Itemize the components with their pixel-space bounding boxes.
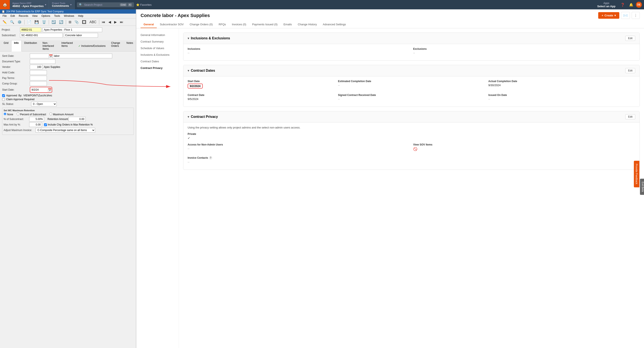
tab-change-orders[interactable]: Change Orders [108,40,124,51]
sent-date-input[interactable] [30,54,49,58]
create-button[interactable]: + Create ▾ [598,12,619,19]
vendor-id-input[interactable] [30,65,42,69]
retention-percent-option[interactable]: Percent of Subcontract [16,113,46,116]
hold-code-input[interactable] [30,70,47,75]
project-selector[interactable]: Agave Demo ERP 46802 - Apex Properties ▾ [10,0,49,9]
tools-selector[interactable]: Project Tools Commitments ▾ [49,0,75,9]
contract-privacy-edit-button[interactable]: Edit [625,114,635,119]
exit-beta-tab[interactable]: Exit Beta [640,179,644,195]
notification-icon[interactable]: 🔔 [628,3,635,7]
provide-feedback-tab[interactable]: Provide Feedback [634,161,640,187]
search-box[interactable]: 🔍 Cmd K [77,2,134,7]
toolbar-redo-btn[interactable]: 🔄 [58,19,64,25]
start-date-field-label: Start Date [188,80,334,83]
max-amt-input[interactable] [29,122,42,127]
tab-inclusions[interactable]: ✓Inclusions/Exclusions [76,40,108,51]
tab-rfqs[interactable]: RFQs [216,21,229,28]
sidebar-contract-summary[interactable]: Contract Summary [136,38,179,45]
retention-none-option[interactable]: None [4,113,13,116]
toolbar-stamp-btn[interactable]: 🔲 [81,19,88,25]
tab-non-interfaced[interactable]: Non-Interfaced Items [40,40,59,51]
user-avatar[interactable]: DE [636,2,642,8]
tab-change-orders[interactable]: Change Orders (0) [186,21,216,28]
toolbar-undo-btn[interactable]: ↩️ [50,19,57,25]
subcontract-name-input[interactable] [64,33,98,38]
inclusions-exclusions-edit-button[interactable]: Edit [625,36,635,41]
pay-terms-input[interactable] [30,76,47,80]
tab-advanced-settings[interactable]: Advanced Settings [320,21,349,28]
help-icon[interactable]: ❓ [619,3,626,7]
document-type-input[interactable] [30,59,55,64]
sent-date-text-input[interactable] [52,54,112,58]
toolbar-attach-btn[interactable]: 📎 [73,19,80,25]
comp-group-input[interactable] [30,81,47,86]
sidebar-general-info[interactable]: General Information [136,32,179,38]
favorites-button[interactable]: ⭐ Favorites [136,3,152,6]
start-date-input[interactable] [30,87,48,92]
sidebar-contract-privacy[interactable]: Contract Privacy [136,65,179,71]
search-input[interactable] [84,3,118,6]
more-options-button[interactable]: ⋮ [632,12,640,19]
contract-dates-collapse-icon[interactable]: ▾ [188,69,189,72]
apps-selector[interactable]: Apps Select an App [595,2,618,8]
sidebar-schedule-of-values[interactable]: Schedule of Values [136,45,179,51]
menu-view[interactable]: View [30,14,40,18]
contract-privacy-collapse-icon[interactable]: ▾ [188,115,189,119]
toolbar-spell-btn[interactable]: ABC [88,19,98,25]
contract-dates-edit-button[interactable]: Edit [625,68,635,73]
percent-of-subcontract-row: % of Subcontract: Retention Amount: [4,117,132,122]
menu-edit[interactable]: Edit [9,14,16,18]
toolbar-grid-btn[interactable]: ⊞ [67,19,72,25]
tab-notes[interactable]: Notes [124,40,136,51]
toolbar-save-btn[interactable]: 💾 [33,19,40,25]
adjust-max-select[interactable]: C-Composite Percentage same on all Items [36,128,95,133]
tab-payments-issued[interactable]: Payments Issued (0) [249,21,280,28]
tab-change-history[interactable]: Change History [295,21,320,28]
menu-options[interactable]: Options [40,14,52,18]
tab-grid[interactable]: Grid [1,40,11,51]
email-button[interactable]: ✉️ [621,12,630,19]
tab-info[interactable]: Info [11,40,22,51]
tab-subcontractor-sov[interactable]: Subcontractor SOV [157,21,186,28]
sidebar-contract-dates[interactable]: Contract Dates [136,58,179,65]
include-chg-checkbox[interactable] [44,123,47,126]
percent-input[interactable] [29,117,44,122]
menu-help[interactable]: Help [76,14,85,18]
invoice-contacts-help-icon[interactable]: ? [209,156,212,160]
toolbar-doc-btn[interactable]: 📄 [26,19,32,25]
tab-interfaced[interactable]: Interfaced Items [58,40,76,51]
tab-general[interactable]: General [140,21,157,28]
retention-max-option[interactable]: Maximum Amount [50,113,73,116]
contract-dates-body: Start Date 9/2/2024 Estimated Completion… [183,76,640,107]
right-panel-sidebar: General Information Contract Summary Sch… [136,28,179,348]
menu-file[interactable]: File [1,14,8,18]
sl-status-select[interactable]: 0 - Open [31,102,57,106]
calendar-icon[interactable]: 📅 [49,54,52,58]
home-button[interactable]: 🏠 [0,0,10,9]
claim-approval-checkbox[interactable] [2,98,5,101]
menu-windows[interactable]: Windows [62,14,76,18]
toolbar-delete-btn[interactable]: 🗑️ [41,19,48,25]
start-date-calendar-icon[interactable]: 📅 [48,88,52,91]
toolbar-nav-first-btn[interactable]: ⏮ [100,19,106,25]
sidebar-inclusions-exclusions[interactable]: Inclusions & Exclusions [136,51,179,58]
toolbar-new-btn[interactable]: ✏️ [1,19,8,25]
project-id-input[interactable] [20,27,41,32]
toolbar-config-btn[interactable]: ⚙️ [16,19,23,25]
toolbar-nav-last-btn[interactable]: ⏭ [118,19,124,25]
collapse-icon[interactable]: ▾ [188,37,189,40]
toolbar-search-btn[interactable]: 🔍 [9,19,16,25]
tab-distribution[interactable]: Distribution [22,40,40,51]
toolbar-nav-next-btn[interactable]: ▶ [113,19,118,25]
menu-tools[interactable]: Tools [52,14,62,18]
legacy-app-panel: 📋 204 PM Subcontracts for ERP Sync Test … [0,9,136,348]
subcontract-id-input[interactable] [20,33,62,38]
tab-invoices[interactable]: Invoices (0) [229,21,249,28]
retention-amt-input[interactable] [68,117,86,122]
tab-emails[interactable]: Emails [280,21,295,28]
toolbar-nav-prev-btn[interactable]: ◀ [107,19,112,25]
approved-checkbox[interactable] [2,94,5,97]
include-chg-label[interactable]: Include Chg Orders in Max Retention % [44,123,93,126]
project-name-input[interactable] [42,27,102,32]
menu-records[interactable]: Records [17,14,30,18]
